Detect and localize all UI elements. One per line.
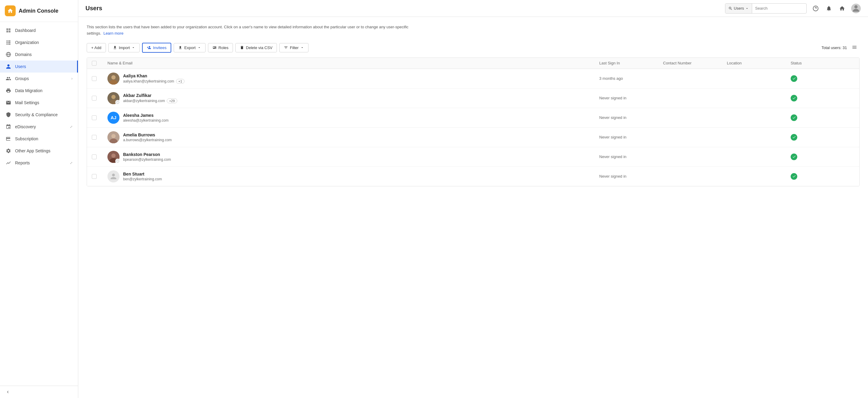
user-name-bankston: Bankston Pearson <box>123 152 171 157</box>
row-checkbox-amelia[interactable] <box>92 135 97 140</box>
sidebar-item-subscription[interactable]: Subscription <box>0 133 78 145</box>
sidebar-item-users[interactable]: Users <box>0 61 78 72</box>
invitees-button[interactable]: Invitees <box>142 43 171 53</box>
default-avatar-icon <box>109 172 118 181</box>
user-avatar[interactable] <box>851 4 861 13</box>
avatar-amelia <box>107 131 120 143</box>
user-info-amelia: Amelia Burrows a.burrows@zylkertraining.… <box>123 132 172 142</box>
data-migration-icon <box>5 88 11 94</box>
table-row[interactable]: Bankston Pearson bpearson@zylkertraining… <box>87 147 859 167</box>
sidebar: Admin Console Dashboard Organization Dom… <box>0 0 78 398</box>
table-row[interactable]: AJ Aleesha James aleesha@zylkertraining.… <box>87 108 859 128</box>
sidebar-item-organization[interactable]: Organization <box>0 36 78 49</box>
avatar-photo-amelia <box>107 131 120 143</box>
export-button[interactable]: Export <box>174 43 206 52</box>
checkmark-icon <box>792 135 796 139</box>
organization-icon <box>5 39 11 45</box>
avatar-icon <box>851 4 861 13</box>
filter-label: Filter <box>290 45 299 50</box>
user-email-akbar: akbar@zylkertraining.com +29 <box>123 98 177 103</box>
delete-csv-icon <box>240 45 244 50</box>
badge-aaliya[interactable]: +1 <box>176 79 185 84</box>
app-title: Admin Console <box>19 8 58 14</box>
domains-icon <box>5 52 11 58</box>
sidebar-item-security-compliance[interactable]: Security & Compliance <box>0 109 78 121</box>
table-row[interactable]: Ben Stuart ben@zylkertraining.com Never … <box>87 167 859 186</box>
checkmark-icon <box>792 155 796 159</box>
learn-more-link[interactable]: Learn more <box>103 31 123 35</box>
user-email-aaliya: aaliya.khan@zylkertraining.com +1 <box>123 79 185 84</box>
status-aleesha <box>790 114 797 121</box>
table-row[interactable]: Aaliya Khan aaliya.khan@zylkertraining.c… <box>87 69 859 89</box>
sidebar-item-domains[interactable]: Domains <box>0 49 78 61</box>
last-signin-ben: Never signed in <box>599 174 659 179</box>
pending-icon-bankston <box>116 159 120 163</box>
sidebar-footer <box>0 386 78 398</box>
checkmark-icon <box>792 116 796 120</box>
sidebar-item-data-migration-label: Data Migration <box>15 88 72 93</box>
badge-akbar[interactable]: +29 <box>167 98 177 103</box>
roles-button[interactable]: Roles <box>208 43 233 52</box>
sidebar-item-other-app-settings[interactable]: Other App Settings <box>0 145 78 157</box>
last-signin-bankston: Never signed in <box>599 154 659 159</box>
topbar: Users Users <box>78 0 868 17</box>
row-checkbox-bankston[interactable] <box>92 154 97 159</box>
col-header-status: Status <box>790 61 839 65</box>
search-scope-label: Users <box>734 6 744 10</box>
table-row[interactable]: Amelia Burrows a.burrows@zylkertraining.… <box>87 128 859 147</box>
svg-rect-1 <box>6 42 8 43</box>
roles-label: Roles <box>218 45 228 50</box>
filter-button[interactable]: Filter <box>279 43 309 52</box>
column-config-button[interactable] <box>849 43 860 53</box>
row-checkbox-aleesha[interactable] <box>92 115 97 120</box>
sidebar-item-subscription-label: Subscription <box>15 136 72 141</box>
home-button[interactable] <box>838 4 846 13</box>
user-info-bankston: Bankston Pearson bpearson@zylkertraining… <box>123 152 171 162</box>
user-name-amelia: Amelia Burrows <box>123 132 172 137</box>
sidebar-item-mail-settings[interactable]: Mail Settings <box>0 97 78 109</box>
pending-icon-akbar <box>116 100 120 104</box>
row-checkbox-ben[interactable] <box>92 174 97 179</box>
row-checkbox-aaliya[interactable] <box>92 76 97 81</box>
add-button[interactable]: + Add <box>87 43 106 52</box>
collapse-sidebar-button[interactable] <box>5 390 72 394</box>
sidebar-item-ediscovery[interactable]: eDiscovery ⤢ <box>0 121 78 133</box>
notifications-button[interactable] <box>825 4 833 13</box>
svg-point-11 <box>855 5 858 8</box>
svg-point-19 <box>111 134 116 138</box>
user-cell-bankston: Bankston Pearson bpearson@zylkertraining… <box>107 151 596 163</box>
user-info-akbar: Akbar Zulfikar akbar@zylkertraining.com … <box>123 93 177 103</box>
status-aaliya <box>790 75 797 82</box>
delete-csv-button[interactable]: Delete via CSV <box>235 43 277 52</box>
export-label: Export <box>184 45 196 50</box>
last-signin-akbar: Never signed in <box>599 96 659 100</box>
help-button[interactable] <box>811 4 820 13</box>
external-link-reports-icon: ⤢ <box>70 161 72 165</box>
sidebar-header: Admin Console <box>0 0 78 22</box>
select-all-checkbox[interactable] <box>92 61 97 66</box>
sidebar-item-data-migration[interactable]: Data Migration <box>0 85 78 97</box>
search-scope-selector[interactable]: Users <box>725 4 752 13</box>
user-name-akbar: Akbar Zulfikar <box>123 93 177 98</box>
search-input[interactable] <box>752 6 806 10</box>
import-button[interactable]: Import <box>108 43 140 52</box>
user-email-bankston: bpearson@zylkertraining.com <box>123 157 171 162</box>
home-icon <box>7 8 13 14</box>
sidebar-item-ediscovery-label: eDiscovery <box>15 124 66 129</box>
col-header-last-signin: Last Sign In <box>599 61 659 65</box>
sidebar-item-dashboard[interactable]: Dashboard <box>0 24 78 36</box>
user-cell-amelia: Amelia Burrows a.burrows@zylkertraining.… <box>107 131 596 143</box>
collapse-icon <box>5 390 10 394</box>
row-checkbox-akbar[interactable] <box>92 96 97 100</box>
export-chevron-icon <box>197 46 201 50</box>
sidebar-item-groups[interactable]: Groups › <box>0 72 78 85</box>
checkmark-icon <box>792 96 796 100</box>
svg-rect-2 <box>6 44 8 45</box>
sidebar-item-reports[interactable]: Reports ⤢ <box>0 157 78 169</box>
user-email-aleesha: aleesha@zylkertraining.com <box>123 118 168 123</box>
user-name-aaliya: Aaliya Khan <box>123 73 185 78</box>
delete-csv-label: Delete via CSV <box>246 45 272 50</box>
search-container: Users <box>725 3 807 13</box>
table-row[interactable]: Akbar Zulfikar akbar@zylkertraining.com … <box>87 89 859 108</box>
checkmark-icon <box>792 174 796 178</box>
